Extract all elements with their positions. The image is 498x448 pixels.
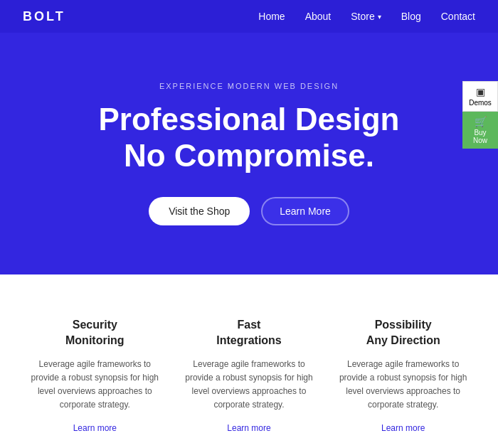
buy-now-button[interactable]: 🛒 Buy Now [462,112,498,149]
feature-link-possibility[interactable]: Learn more [381,423,425,433]
nav-store[interactable]: Store [351,11,374,22]
demos-button[interactable]: ▣ Demos [462,81,498,112]
cart-icon: 🛒 [468,116,492,127]
hero-title-line2: No Compromise. [124,138,374,173]
hero-buttons: Visit the Shop Learn More [149,197,349,225]
demos-icon: ▣ [469,86,492,97]
feature-title-integrations: FastIntegrations [183,317,316,349]
floating-buttons: ▣ Demos 🛒 Buy Now [462,81,498,149]
nav-blog[interactable]: Blog [401,11,421,22]
feature-link-security[interactable]: Learn more [73,423,117,433]
chevron-down-icon: ▾ [378,13,381,21]
features-grid: SecurityMonitoring Leverage agile framew… [28,317,470,434]
navbar: BOLT Home About Store ▾ Blog Contact [0,0,498,33]
hero-title: Professional Design No Compromise. [98,102,399,174]
brand-logo[interactable]: BOLT [23,9,65,24]
nav-home[interactable]: Home [258,11,285,22]
feature-title-possibility: PossibilityAny Direction [337,317,470,349]
hero-eyebrow: EXPERIENCE MODERN WEB DESIGN [159,82,339,90]
demos-label: Demos [469,99,492,107]
feature-link-integrations[interactable]: Learn more [227,423,270,433]
nav-about[interactable]: About [305,11,332,22]
nav-menu: Home About Store ▾ Blog Contact [258,10,475,23]
hero-section: EXPERIENCE MODERN WEB DESIGN Professiona… [0,33,498,274]
buy-now-label: Buy Now [473,129,487,144]
feature-title-security: SecurityMonitoring [28,317,161,349]
learn-more-button[interactable]: Learn More [261,197,349,225]
hero-title-line1: Professional Design [98,102,399,137]
feature-desc-integrations: Leverage agile frameworks to provide a r… [183,358,316,412]
feature-card-possibility: PossibilityAny Direction Leverage agile … [337,317,470,434]
feature-card-integrations: FastIntegrations Leverage agile framewor… [183,317,316,434]
features-section: SecurityMonitoring Leverage agile framew… [0,274,498,448]
feature-desc-possibility: Leverage agile frameworks to provide a r… [337,358,470,412]
feature-desc-security: Leverage agile frameworks to provide a r… [28,358,161,412]
nav-contact[interactable]: Contact [441,11,475,22]
visit-shop-button[interactable]: Visit the Shop [149,197,250,225]
feature-card-security: SecurityMonitoring Leverage agile framew… [28,317,161,434]
